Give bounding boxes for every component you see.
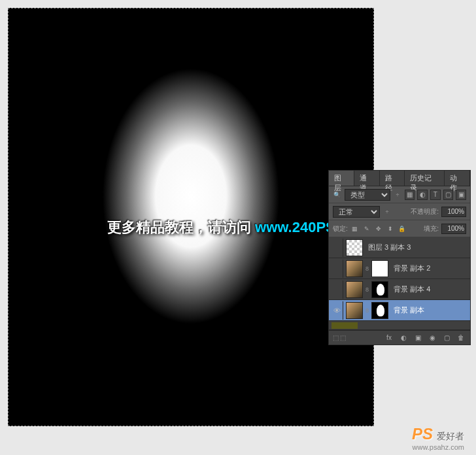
layers-list: 图层 3 副本 3 8 背景 副本 2 8 背景 副本 4 👁 8 背景 副本	[329, 237, 470, 330]
layer-thumb[interactable]	[346, 260, 363, 277]
mask-icon[interactable]: ◐	[398, 333, 409, 343]
visibility-toggle[interactable]	[332, 280, 343, 299]
type-filter-row: 🔍 类型 ÷ ▦ ◐ T ▢ ▣	[329, 186, 470, 203]
link-mask-icon[interactable]: 8	[366, 307, 369, 314]
filter-smart-icon[interactable]: ▣	[456, 190, 466, 200]
search-icon: 🔍	[333, 190, 342, 199]
canvas-image	[8, 8, 373, 426]
lock-pixels-icon[interactable]: ✎	[362, 224, 371, 233]
lock-position-icon[interactable]: ✥	[374, 224, 383, 233]
eye-icon: 👁	[333, 307, 341, 314]
visibility-toggle[interactable]	[332, 260, 343, 278]
color-label-row	[329, 321, 470, 330]
lock-fill-row: 锁定: ▦ ✎ ✥ ⬍ 🔒 填充:	[329, 220, 470, 237]
lock-transparent-icon[interactable]: ▦	[350, 224, 360, 233]
link-mask-icon[interactable]: 8	[366, 286, 369, 293]
layer-row[interactable]: 8 背景 副本 2	[329, 258, 470, 279]
opacity-label: 不透明度:	[411, 207, 439, 216]
tab-history[interactable]: 历史记录	[405, 171, 445, 186]
layer-thumb[interactable]	[346, 302, 363, 319]
chevron-down-icon: ÷	[382, 207, 392, 216]
mask-thumb[interactable]	[371, 260, 388, 277]
fill-input[interactable]	[441, 224, 466, 234]
canvas-area[interactable]	[8, 8, 374, 426]
layer-type-select[interactable]: 类型	[345, 189, 390, 201]
layer-row[interactable]: 8 背景 副本 4	[329, 279, 470, 300]
link-layers-icon[interactable]: ⬚⬚	[333, 334, 347, 341]
lock-label: 锁定:	[333, 224, 348, 233]
watermark-text: 爱好者	[437, 431, 464, 441]
lock-artboard-icon[interactable]: ⬍	[386, 224, 395, 233]
watermark-ps: PS	[412, 425, 433, 443]
visibility-toggle[interactable]: 👁	[332, 301, 343, 320]
panel-footer: ⬚⬚ fx ◐ ▣ ◉ ▢ 🗑	[329, 330, 470, 345]
fill-label: 填充:	[424, 224, 439, 233]
filter-pixel-icon[interactable]: ▦	[405, 190, 415, 200]
lock-all-icon[interactable]: 🔒	[398, 224, 407, 233]
layer-name[interactable]: 背景 副本 4	[391, 284, 468, 294]
layer-name[interactable]: 背景 副本	[391, 305, 468, 315]
blend-opacity-row: 正常 ÷ 不透明度:	[329, 203, 470, 220]
link-mask-icon[interactable]: 8	[366, 265, 369, 272]
blend-mode-select[interactable]: 正常	[333, 206, 380, 218]
group-icon[interactable]: ◉	[427, 333, 437, 343]
filter-shape-icon[interactable]: ▢	[443, 190, 454, 200]
tab-layers[interactable]: 图层	[329, 171, 354, 186]
color-label-bar	[332, 322, 358, 329]
overlay-prefix: 更多精品教程，请访问	[107, 219, 255, 235]
tab-paths[interactable]: 路径	[380, 171, 405, 186]
layer-name[interactable]: 图层 3 副本 3	[366, 243, 468, 252]
mask-thumb[interactable]	[371, 302, 388, 319]
panel-tabs: 图层 通道 路径 历史记录 动作	[329, 171, 470, 186]
tab-channels[interactable]: 通道	[354, 171, 380, 186]
mask-thumb[interactable]	[371, 281, 388, 298]
layer-thumb[interactable]	[346, 281, 363, 298]
tab-actions[interactable]: 动作	[445, 171, 470, 186]
opacity-input[interactable]	[441, 207, 466, 217]
trash-icon[interactable]: 🗑	[456, 333, 466, 343]
adjustment-icon[interactable]: ▣	[413, 333, 423, 343]
layer-row[interactable]: 图层 3 副本 3	[329, 237, 470, 258]
layer-row[interactable]: 👁 8 背景 副本	[329, 300, 470, 321]
watermark-url: www.psahz.com	[413, 443, 464, 451]
filter-text-icon[interactable]: T	[430, 190, 441, 200]
visibility-toggle[interactable]	[332, 239, 343, 257]
layer-thumb[interactable]	[346, 239, 363, 256]
layer-name[interactable]: 背景 副本 2	[391, 263, 468, 273]
watermark-logo: PS爱好者	[412, 425, 464, 443]
fx-icon[interactable]: fx	[384, 333, 394, 343]
layers-panel: 图层 通道 路径 历史记录 动作 🔍 类型 ÷ ▦ ◐ T ▢ ▣ 正常 ÷ 不…	[328, 170, 471, 345]
new-layer-icon[interactable]: ▢	[441, 333, 452, 343]
filter-adjustment-icon[interactable]: ◐	[417, 190, 428, 200]
chevron-icon: ÷	[393, 190, 402, 199]
